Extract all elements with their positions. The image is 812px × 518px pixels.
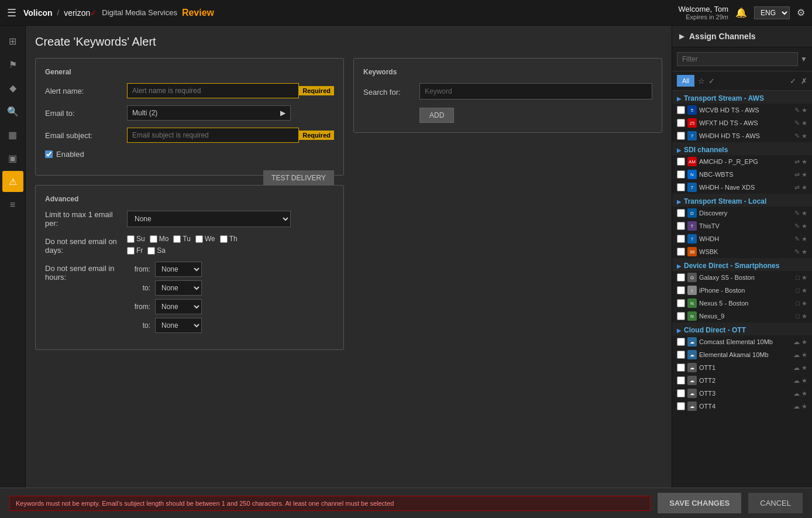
ch-checkbox-comcast[interactable] [677, 338, 685, 346]
sidebar-item-flag[interactable]: ⚑ [2, 54, 23, 75]
ch-star-nbc[interactable]: ★ [801, 171, 807, 179]
ch-star-whdh-nave[interactable]: ★ [801, 184, 807, 191]
day-mo[interactable]: Mo [150, 235, 169, 243]
channel-item-whdh-aws[interactable]: 7 WHDH HD TS - AWS ✎ ★ [672, 129, 812, 142]
channel-item-iphone[interactable]: i iPhone - Boston □ ★ [672, 284, 812, 297]
channel-item-nexus5[interactable]: N Nexus 5 - Boston □ ★ [672, 297, 812, 310]
ch-checkbox-ott3[interactable] [677, 389, 685, 397]
star-filter-icon[interactable]: ☆ [698, 77, 705, 85]
sidebar-item-grid[interactable]: ▦ [2, 124, 23, 145]
ch-checkbox-iphone[interactable] [677, 286, 685, 294]
ch-star-galaxy[interactable]: ★ [801, 274, 807, 282]
ch-edit-whdh-aws[interactable]: ✎ [794, 132, 800, 140]
email-to-select[interactable]: Multi (2) ▶ [127, 105, 291, 121]
day-su[interactable]: Su [127, 235, 145, 243]
cancel-button[interactable]: CANCEL [748, 493, 803, 513]
sidebar-item-bars[interactable]: ▣ [2, 147, 23, 169]
sidebar-item-alert[interactable]: ⚠ [2, 171, 23, 192]
channel-item-nexus9[interactable]: N Nexus_9 □ ★ [672, 310, 812, 323]
alert-name-input[interactable] [127, 83, 299, 98]
ch-link-ott1[interactable]: ☁ [793, 364, 800, 372]
day-sa[interactable]: Sa [147, 246, 166, 255]
limit-select[interactable]: None [127, 211, 291, 227]
group-arrow-ts-aws[interactable]: ▶ [677, 95, 682, 102]
hours-from2-select[interactable]: None [155, 299, 202, 314]
ch-star-comcast[interactable]: ★ [801, 338, 807, 346]
ch-star-nexus9[interactable]: ★ [801, 313, 807, 320]
ch-link-ott3[interactable]: ☁ [793, 390, 800, 397]
ch-star-wfxt[interactable]: ★ [801, 119, 807, 127]
check-filter-icon[interactable]: ✓ [708, 77, 715, 85]
ch-star-iphone[interactable]: ★ [801, 287, 807, 294]
channel-item-wfxt[interactable]: 25 WFXT HD TS - AWS ✎ ★ [672, 116, 812, 129]
channel-item-ott4[interactable]: ☁ OTT4 ☁ ★ [672, 400, 812, 413]
sidebar-item-bookmark[interactable]: ◆ [2, 77, 23, 98]
ch-star-wcvb[interactable]: ★ [801, 107, 807, 114]
channel-item-whdh-local[interactable]: 7 WHDH ✎ ★ [672, 232, 812, 245]
ch-edit-discovery[interactable]: ✎ [794, 210, 800, 217]
ch-link-nexus9[interactable]: □ [796, 313, 800, 320]
hours-to1-select[interactable]: None [155, 280, 202, 296]
channel-item-galaxy[interactable]: G Galaxy S5 - Boston □ ★ [672, 271, 812, 284]
ch-link-galaxy[interactable]: □ [796, 274, 800, 281]
ch-star-discovery[interactable]: ★ [801, 210, 807, 217]
ch-checkbox-wsbk[interactable] [677, 248, 685, 256]
channel-item-amchd[interactable]: AM AMCHD - P_R_EPG ⇌ ★ [672, 155, 812, 168]
ch-link-comcast[interactable]: ☁ [793, 338, 800, 346]
ch-star-whdh-aws[interactable]: ★ [801, 132, 807, 140]
group-arrow-sdi[interactable]: ▶ [677, 147, 682, 153]
ch-star-ott2[interactable]: ★ [801, 377, 807, 385]
sidebar-item-list[interactable]: ≡ [2, 194, 23, 215]
ch-checkbox-nexus9[interactable] [677, 312, 685, 320]
channel-item-thistv[interactable]: T ThisTV ✎ ★ [672, 219, 812, 232]
ch-link-whdh-nave[interactable]: ⇌ [794, 184, 800, 191]
ch-checkbox-whdh-aws[interactable] [677, 132, 685, 140]
sidebar-item-dashboard[interactable]: ⊞ [2, 30, 23, 52]
channel-item-ott3[interactable]: ☁ OTT3 ☁ ★ [672, 387, 812, 400]
group-arrow-smartphones[interactable]: ▶ [677, 263, 682, 269]
day-we[interactable]: We [195, 235, 215, 243]
ch-star-wsbk[interactable]: ★ [801, 248, 807, 256]
bell-icon[interactable]: 🔔 [735, 7, 747, 18]
hours-from1-select[interactable]: None [155, 262, 202, 277]
day-th[interactable]: Th [220, 235, 238, 243]
ch-star-amchd[interactable]: ★ [801, 158, 807, 166]
channel-item-elemental[interactable]: ☁ Elemental Akamai 10Mb ☁ ★ [672, 348, 812, 361]
ch-edit-wfxt[interactable]: ✎ [794, 119, 800, 127]
deselect-all-icon[interactable]: ✗ [801, 77, 807, 85]
day-tu[interactable]: Tu [173, 235, 191, 243]
ch-edit-wsbk[interactable]: ✎ [794, 248, 800, 256]
channel-filter-input[interactable] [677, 52, 798, 66]
group-arrow-ts-local[interactable]: ▶ [677, 198, 682, 205]
ch-star-ott4[interactable]: ★ [801, 403, 807, 410]
channel-item-wcvb[interactable]: 5 WCVB HD TS - AWS ✎ ★ [672, 104, 812, 116]
ch-link-amchd[interactable]: ⇌ [794, 158, 800, 166]
ch-checkbox-wfxt[interactable] [677, 119, 685, 127]
sidebar-item-search[interactable]: 🔍 [2, 101, 23, 122]
add-keyword-button[interactable]: ADD [419, 108, 454, 123]
channel-item-wsbk[interactable]: 38 WSBK ✎ ★ [672, 245, 812, 258]
hours-to2-select[interactable]: None [155, 318, 202, 333]
ch-checkbox-discovery[interactable] [677, 209, 685, 217]
hamburger-icon[interactable]: ☰ [7, 6, 16, 19]
channel-item-comcast[interactable]: ☁ Comcast Elemental 10Mb ☁ ★ [672, 335, 812, 348]
ch-checkbox-nbc[interactable] [677, 170, 685, 179]
channel-item-ott2[interactable]: ☁ OTT2 ☁ ★ [672, 374, 812, 387]
ch-checkbox-wcvb[interactable] [677, 106, 685, 114]
ch-checkbox-ott1[interactable] [677, 363, 685, 372]
ch-link-nbc[interactable]: ⇌ [794, 171, 800, 179]
ch-star-ott3[interactable]: ★ [801, 390, 807, 397]
ch-link-ott4[interactable]: ☁ [793, 403, 800, 410]
ch-link-iphone[interactable]: □ [796, 287, 800, 294]
keyword-input[interactable] [419, 83, 652, 100]
save-changes-button[interactable]: SAVE CHANGES [658, 493, 741, 513]
ch-checkbox-nexus5[interactable] [677, 299, 685, 307]
settings-icon[interactable]: ⚙ [797, 7, 805, 18]
ch-star-thistv[interactable]: ★ [801, 222, 807, 230]
select-all-icon[interactable]: ✓ [790, 77, 796, 85]
ch-link-ott2[interactable]: ☁ [793, 377, 800, 385]
expand-icon[interactable]: ▶ [679, 32, 684, 40]
tab-all[interactable]: All [677, 75, 694, 87]
channel-item-whdh-nave[interactable]: 7 WHDH - Nave XDS ⇌ ★ [672, 181, 812, 194]
ch-checkbox-ott2[interactable] [677, 376, 685, 385]
